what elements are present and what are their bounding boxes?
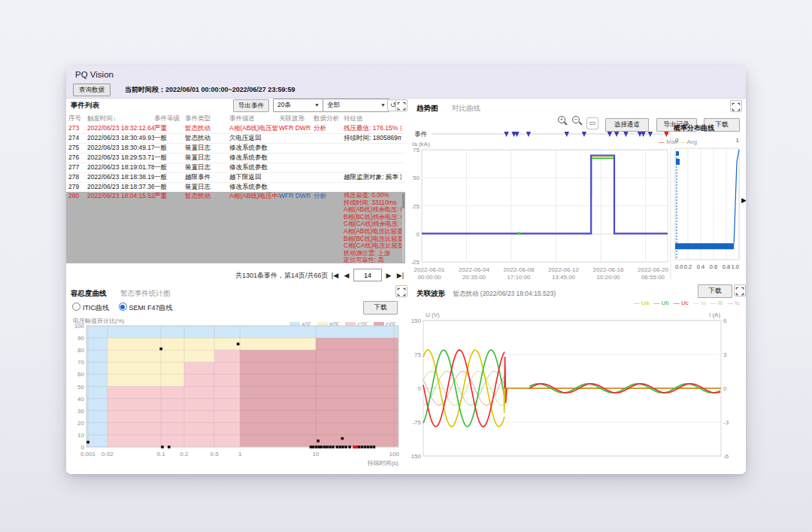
svg-text:0.2: 0.2 bbox=[180, 451, 189, 458]
scrollbar-thumb[interactable] bbox=[402, 193, 404, 208]
svg-text:0.6: 0.6 bbox=[710, 263, 717, 270]
svg-text:2022-06-16: 2022-06-16 bbox=[593, 266, 624, 273]
event-row[interactable]: 2772022/06/23 18:19:01.781一般装置日志修改系统参数 bbox=[68, 163, 405, 173]
event-row[interactable]: 2792022/06/23 18:18:37.362一般装置日志修改系统参数 bbox=[68, 182, 405, 193]
svg-text:13:45:00: 13:45:00 bbox=[552, 274, 576, 280]
page-input[interactable] bbox=[353, 269, 382, 281]
svg-text:10: 10 bbox=[77, 432, 84, 439]
event-row[interactable]: 2742022/06/23 18:30:49.931一般暂态扰动欠电压返回持续时… bbox=[68, 133, 405, 144]
export-events-button[interactable]: 导出事件 bbox=[233, 99, 269, 112]
svg-text:80: 80 bbox=[77, 347, 84, 354]
svg-text:-3: -3 bbox=[723, 419, 729, 426]
selected-event-row[interactable]: 280 2022/06/23 18:04:15.523 严重 暂态扰动 A相(A… bbox=[66, 192, 405, 263]
svg-text:0: 0 bbox=[418, 385, 422, 392]
svg-text:150: 150 bbox=[411, 318, 422, 324]
collapse-panel-arrow-icon[interactable]: ▶ bbox=[741, 196, 746, 204]
last-page-icon[interactable]: ▶| bbox=[395, 272, 405, 279]
waveform-chart: 150675300-75-3-150-6 bbox=[411, 283, 746, 474]
svg-text:2022-06-20: 2022-06-20 bbox=[638, 266, 668, 273]
svg-text:2022-06-01: 2022-06-01 bbox=[414, 266, 445, 273]
svg-text:2022-06-08: 2022-06-08 bbox=[504, 266, 535, 273]
waveform-links[interactable]: WFR DWR bbox=[279, 192, 314, 263]
analysis-link[interactable]: 分析 bbox=[314, 192, 344, 263]
event-table-header: 序号触发时间↓事件等级事件类型事件描述关联波形数据分析特征值 bbox=[68, 114, 401, 123]
svg-text:90: 90 bbox=[77, 335, 84, 342]
query-data-button[interactable]: 查询数据 bbox=[73, 84, 111, 96]
svg-text:0.001: 0.001 bbox=[80, 451, 96, 458]
pq-vision-window: PQ Vision 查询数据 当前时间段：2022/06/01 00:00:00… bbox=[66, 66, 746, 474]
event-row[interactable]: 2762022/06/23 18:29:53.713一般装置日志修改系统参数 bbox=[68, 153, 405, 163]
svg-text:60: 60 bbox=[77, 371, 84, 378]
svg-text:持续时间(s): 持续时间(s) bbox=[367, 460, 399, 467]
svg-text:2022-06-04: 2022-06-04 bbox=[459, 266, 489, 273]
svg-text:0.8: 0.8 bbox=[723, 263, 730, 270]
waveform-panel: 关联波形 暂态扰动 (2022/06/23 18:04:15.523) 下载 —… bbox=[411, 283, 746, 474]
svg-text:3: 3 bbox=[723, 351, 727, 358]
svg-text:100: 100 bbox=[389, 451, 400, 458]
tolerance-chart: 01020304050607080901000.0010.020.10.20.5… bbox=[66, 283, 410, 474]
svg-text:0.1: 0.1 bbox=[157, 451, 166, 458]
svg-text:20:35:00: 20:35:00 bbox=[462, 274, 486, 280]
svg-text:1: 1 bbox=[736, 137, 740, 144]
svg-text:40: 40 bbox=[77, 396, 84, 403]
svg-text:50: 50 bbox=[77, 384, 84, 391]
svg-text:0: 0 bbox=[675, 137, 679, 144]
svg-text:-150: -150 bbox=[411, 453, 422, 460]
svg-text:100: 100 bbox=[74, 323, 85, 330]
feature-values: 残压最值: 0.00%持续时间: 33110msA相(AB线)残余电压: 0.0… bbox=[344, 192, 401, 263]
svg-text:0.5: 0.5 bbox=[211, 451, 220, 458]
first-page-icon[interactable]: |◀ bbox=[330, 272, 340, 279]
filter-dropdown[interactable]: 全部 ▼ bbox=[323, 99, 389, 112]
event-row[interactable]: 2732022/06/23 18:32:12.646严重暂态扰动A相(AB线)电… bbox=[68, 123, 405, 134]
svg-text:-25: -25 bbox=[411, 259, 420, 266]
event-list-panel: 事件列表 导出事件 20条 ▼ 全部 ▼ ↺ 序号触发时间↓事件等级事件类型事件… bbox=[66, 99, 410, 280]
svg-text:25: 25 bbox=[413, 203, 420, 210]
svg-text:0.0: 0.0 bbox=[675, 263, 683, 270]
svg-text:2022-06-12: 2022-06-12 bbox=[548, 266, 579, 273]
svg-text:0: 0 bbox=[81, 444, 85, 451]
page-size-dropdown[interactable]: 20条 ▼ bbox=[273, 99, 323, 112]
titlebar: PQ Vision 查询数据 当前时间段：2022/06/01 00:00:00… bbox=[66, 66, 746, 99]
svg-text:75: 75 bbox=[413, 147, 420, 154]
svg-text:00:00:00: 00:00:00 bbox=[417, 274, 441, 280]
next-page-icon[interactable]: ▶ bbox=[383, 272, 393, 279]
event-row[interactable]: 2752022/06/23 18:30:49.170一般装置日志修改系统参数 bbox=[68, 143, 405, 154]
svg-text:06:55:00: 06:55:00 bbox=[641, 274, 665, 280]
svg-text:10: 10 bbox=[313, 451, 320, 458]
svg-text:0.4: 0.4 bbox=[697, 263, 704, 270]
expand-icon[interactable] bbox=[395, 99, 408, 111]
desktop: { "window": { "title": "PQ Vision" }, "q… bbox=[0, 0, 812, 532]
event-row[interactable]: 2782022/06/23 18:18:38.197一般越限事件越下限返回越限监… bbox=[68, 172, 405, 183]
svg-text:1.0: 1.0 bbox=[732, 263, 739, 270]
app-title: PQ Vision bbox=[75, 70, 114, 79]
svg-text:10:20:00: 10:20:00 bbox=[596, 274, 620, 280]
trend-chart: 7550250-252022-06-0100:00:002022-06-0420… bbox=[411, 99, 746, 280]
svg-text:75: 75 bbox=[414, 351, 421, 358]
svg-text:50: 50 bbox=[413, 175, 420, 181]
event-list-title: 事件列表 bbox=[71, 101, 99, 111]
chevron-down-icon: ▼ bbox=[314, 99, 320, 111]
scrollbar-track[interactable] bbox=[402, 193, 404, 262]
svg-text:0.2: 0.2 bbox=[684, 263, 692, 270]
svg-text:0: 0 bbox=[417, 231, 420, 238]
svg-text:20: 20 bbox=[77, 420, 84, 427]
prev-page-icon[interactable]: ◀ bbox=[341, 272, 351, 279]
svg-text:-75: -75 bbox=[412, 419, 421, 426]
chevron-down-icon: ▼ bbox=[380, 99, 386, 111]
page-size-value: 20条 bbox=[277, 101, 291, 108]
svg-text:0: 0 bbox=[723, 385, 727, 392]
svg-text:0.02: 0.02 bbox=[102, 451, 114, 458]
svg-text:17:10:00: 17:10:00 bbox=[507, 274, 531, 280]
svg-text:-6: -6 bbox=[723, 453, 729, 460]
svg-text:30: 30 bbox=[77, 408, 84, 415]
current-time-range-label: 当前时间段：2022/06/01 00:00:00~2022/06/27 23:… bbox=[125, 85, 295, 95]
svg-text:1: 1 bbox=[238, 451, 242, 458]
trend-panel: 趋势图 对比曲线 + − ▭ 选择通道 导出记录 下载 事件 Ia (kA) —… bbox=[411, 99, 746, 280]
cell-level: 严重 bbox=[154, 192, 185, 263]
filter-value: 全部 bbox=[327, 101, 340, 108]
cell-no: 280 bbox=[68, 192, 87, 263]
cell-desc: A相(AB线)电压中断 bbox=[229, 192, 279, 263]
cell-time: 2022/06/23 18:04:15.523 bbox=[87, 192, 154, 263]
pagination-summary: 共1301条事件，第14页/共66页 bbox=[235, 272, 329, 279]
tolerance-panel: 容忍度曲线 暂态事件统计图 ITIC曲线 SEMI F47曲线 下载 电压幅值百… bbox=[66, 283, 410, 474]
